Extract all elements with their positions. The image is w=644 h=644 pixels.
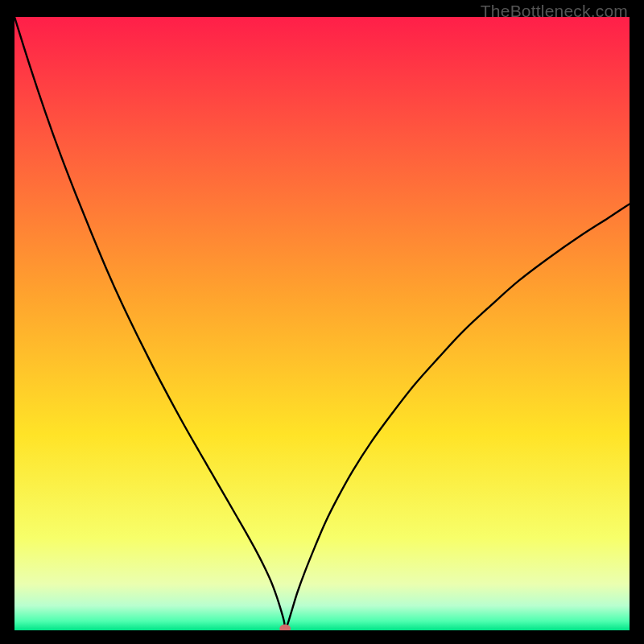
chart-frame: TheBottleneck.com — [0, 0, 644, 644]
bottleneck-chart — [14, 17, 630, 630]
gradient-background — [14, 17, 630, 630]
plot-area — [14, 17, 630, 630]
